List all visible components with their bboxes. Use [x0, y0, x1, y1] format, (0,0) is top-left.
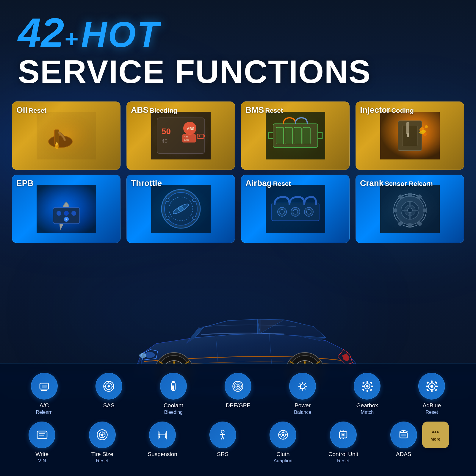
header-title-line1: 42 + HOT: [18, 12, 458, 54]
svg-rect-145: [435, 386, 438, 387]
svg-line-128: [300, 388, 301, 389]
svg-point-141: [430, 385, 433, 388]
srs-icon: [209, 422, 236, 448]
svg-point-78: [139, 353, 146, 358]
svg-point-57: [306, 209, 311, 214]
card-epb-label: EPB: [16, 178, 34, 188]
icon-control-unit-reset[interactable]: Control Unit Reset: [328, 422, 358, 464]
svg-point-49: [178, 206, 183, 211]
svg-point-46: [166, 198, 169, 202]
svg-point-131: [366, 385, 368, 387]
svg-text:50: 50: [162, 127, 171, 136]
sas-icon: [95, 373, 122, 400]
icon-adas[interactable]: ADAS: [389, 422, 419, 458]
power-balance-icon: [289, 373, 316, 400]
card-abs-bleeding[interactable]: ABS Bleeding 50 40: [126, 101, 235, 170]
svg-point-121: [300, 384, 305, 389]
svg-rect-27: [406, 122, 409, 134]
svg-rect-188: [401, 434, 406, 436]
more-container[interactable]: ••• More: [422, 422, 449, 448]
svg-text:ABS: ABS: [187, 127, 194, 131]
icon-sas[interactable]: SAS: [94, 373, 124, 409]
coolant-icon: [160, 373, 187, 400]
icon-ac-relearn[interactable]: A/C Relearn: [29, 373, 59, 415]
svg-rect-114: [172, 386, 174, 390]
icons-row-2: Write VIN Tire Size Reset: [12, 422, 464, 464]
card-crank-label: Crank Sensor Relearn: [360, 178, 433, 188]
svg-rect-153: [38, 432, 46, 433]
service-functions-title: SERVICE FUNCTIONS: [18, 54, 458, 90]
card-injector-coding[interactable]: Injector Coding: [356, 101, 464, 170]
svg-point-47: [192, 216, 196, 220]
svg-rect-63: [393, 209, 397, 212]
svg-rect-139: [370, 389, 372, 391]
svg-point-35: [64, 211, 69, 216]
svg-rect-132: [367, 381, 368, 383]
icon-tire-size-reset[interactable]: Tire Size Reset: [87, 422, 117, 464]
icon-srs[interactable]: SRS: [208, 422, 238, 458]
gearbox-icon: [354, 373, 381, 400]
card-abs-label: ABS Bleeding: [131, 105, 177, 115]
svg-rect-136: [362, 381, 364, 384]
cluth-icon: [270, 422, 296, 448]
svg-rect-146: [426, 381, 429, 384]
svg-rect-134: [362, 386, 364, 387]
card-epb[interactable]: EPB: [12, 175, 120, 243]
svg-point-189: [403, 430, 404, 432]
adblue-icon: [418, 373, 445, 400]
number-42: 42: [18, 12, 64, 54]
icon-write-vin[interactable]: Write VIN: [27, 422, 57, 464]
control-unit-icon: [330, 422, 357, 448]
icon-power-balance[interactable]: Power Balance: [288, 373, 317, 415]
svg-line-129: [304, 388, 306, 389]
icon-cluth-adaption[interactable]: Cluth Adaption: [268, 422, 298, 464]
svg-point-34: [57, 211, 61, 216]
svg-rect-21: [294, 127, 301, 144]
svg-rect-61: [408, 193, 412, 197]
svg-rect-104: [42, 385, 47, 388]
bottom-section: A/C Relearn SAS: [0, 364, 476, 476]
svg-line-168: [223, 436, 224, 439]
card-airbag-label: Airbag Reset: [245, 178, 291, 188]
svg-rect-138: [362, 389, 364, 391]
card-throttle[interactable]: Throttle: [126, 175, 235, 243]
card-airbag-reset[interactable]: Airbag Reset: [241, 175, 350, 243]
card-bms-reset[interactable]: BMS Reset: [241, 101, 350, 170]
card-crank-sensor-relearn[interactable]: Crank Sensor Relearn: [356, 175, 464, 243]
icon-gearbox-match[interactable]: Gearbox Match: [352, 373, 382, 415]
svg-point-48: [166, 216, 169, 220]
adas-more-container: ADAS ••• More: [389, 422, 449, 458]
more-label: More: [430, 437, 440, 441]
icon-dpf-gpf[interactable]: DPF/GPF: [223, 373, 253, 409]
svg-rect-148: [426, 389, 429, 391]
svg-rect-14: [204, 135, 205, 137]
card-oil-reset[interactable]: Oil Reset: [12, 101, 120, 170]
svg-point-30: [425, 125, 428, 128]
svg-point-53: [280, 209, 284, 214]
svg-point-45: [192, 198, 196, 202]
card-throttle-label: Throttle: [131, 178, 162, 188]
svg-point-36: [71, 211, 76, 216]
svg-rect-133: [367, 390, 368, 392]
svg-rect-135: [371, 386, 373, 387]
svg-text:BAG: BAG: [184, 139, 189, 141]
card-injector-label: Injector Coding: [360, 105, 414, 115]
icon-suspension[interactable]: Suspension: [148, 422, 177, 458]
svg-rect-142: [431, 381, 433, 383]
svg-rect-28: [407, 133, 409, 137]
card-oil-label: Oil Reset: [16, 105, 46, 115]
svg-rect-149: [435, 389, 437, 391]
more-dots-icon: •••: [432, 428, 439, 436]
icon-adblue-reset[interactable]: AdBlue Reset: [417, 373, 447, 415]
suspension-icon: [149, 422, 176, 448]
svg-point-156: [101, 434, 104, 436]
hot-text: HOT: [81, 17, 160, 52]
more-button[interactable]: ••• More: [422, 422, 449, 448]
svg-rect-0: [37, 112, 96, 159]
dpf-icon: [225, 373, 251, 400]
svg-text:AIR: AIR: [184, 135, 188, 138]
svg-point-175: [282, 434, 284, 436]
svg-line-127: [304, 383, 306, 385]
icon-coolant-bleeding[interactable]: Coolant Bleeding: [159, 373, 188, 415]
icons-row-1: A/C Relearn SAS: [12, 373, 464, 415]
